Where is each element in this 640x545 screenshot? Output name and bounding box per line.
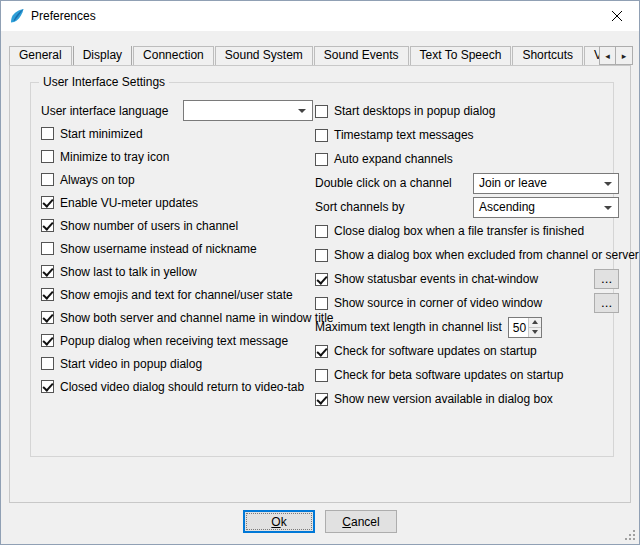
checkbox-box[interactable] [41,173,54,186]
user-interface-settings-group: User Interface Settings User interface l… [30,82,614,457]
sort-channels-label: Sort channels by [315,200,404,214]
checkbox-box[interactable] [41,288,54,301]
checkbox-last-talk-yellow[interactable]: Show last to talk in yellow [41,260,313,283]
checkbox-popup-text-message[interactable]: Popup dialog when receiving text message [41,329,313,352]
tab-connection[interactable]: Connection [133,46,214,65]
checkbox-new-version-dialog[interactable]: Show new version available in dialog box [315,387,619,411]
checkbox-emojis-text-state[interactable]: Show emojis and text for channel/user st… [41,283,313,306]
tab-label: Sound Events [324,48,399,62]
checkbox-box[interactable] [41,357,54,370]
display-tab-pane: User Interface Settings User interface l… [9,65,631,503]
double-click-label: Double click on a channel [315,176,452,190]
checkbox-start-desktops-popup[interactable]: Start desktops in popup dialog [315,99,619,123]
video-source-row: Show source in corner of video window ..… [315,291,619,315]
max-text-length-row: Maximum text length in channel list 50 [315,315,619,339]
tab-label: General [19,48,62,62]
max-text-length-spinner[interactable]: 50 [508,317,542,338]
dialog-footer: Ok Cancel [1,510,639,533]
language-select[interactable] [183,100,313,121]
checkbox-users-in-channel[interactable]: Show number of users in channel [41,214,313,237]
sort-channels-select[interactable]: Ascending [473,197,619,218]
checkbox-box[interactable] [41,265,54,278]
checkbox-box[interactable] [41,219,54,232]
titlebar[interactable]: Preferences [1,1,639,31]
scroll-left-icon: ◂ [605,51,610,61]
checkbox-close-file-transfer[interactable]: Close dialog box when a file transfer is… [315,219,619,243]
tab-scroll-left-button[interactable]: ◂ [599,46,616,65]
checkbox-box[interactable] [315,393,328,406]
checkbox-box[interactable] [315,369,328,382]
tab-general[interactable]: General [9,46,72,65]
checkbox-video-source-corner[interactable]: Show source in corner of video window [315,296,542,310]
preferences-window: Preferences General Display Connection S… [0,0,640,545]
tab-shortcuts[interactable]: Shortcuts [512,46,583,65]
arrow-up-icon [532,320,538,324]
checkbox-box[interactable] [41,334,54,347]
tab-label: Text To Speech [420,48,502,62]
checkbox-box[interactable] [315,153,328,166]
tab-label: Connection [143,48,204,62]
right-column: Start desktops in popup dialog Timestamp… [315,99,619,411]
checkbox-box[interactable] [41,380,54,393]
max-text-length-label: Maximum text length in channel list [315,320,502,334]
checkbox-box[interactable] [315,297,328,310]
checkbox-start-minimized[interactable]: Start minimized [41,122,313,145]
double-click-row: Double click on a channel Join or leave [315,171,619,195]
checkbox-box[interactable] [41,150,54,163]
checkbox-box[interactable] [315,105,328,118]
checkbox-box[interactable] [41,242,54,255]
checkbox-box[interactable] [315,345,328,358]
tab-scroll-buttons: ◂ ▸ [599,46,633,65]
checkbox-video-return-tab[interactable]: Closed video dialog should return to vid… [41,375,313,398]
statusbar-events-more-button[interactable]: ... [594,269,619,289]
max-text-length-value: 50 [509,318,528,337]
checkbox-box[interactable] [315,249,328,262]
checkbox-username-instead-nickname[interactable]: Show username instead of nickname [41,237,313,260]
checkbox-server-channel-in-title[interactable]: Show both server and channel name in win… [41,306,313,329]
checkbox-statusbar-events[interactable]: Show statusbar events in chat-window [315,272,538,286]
tab-display[interactable]: Display [73,46,132,65]
app-icon [9,8,25,24]
ok-button[interactable]: Ok [243,510,315,533]
checkbox-check-beta-updates[interactable]: Check for beta software updates on start… [315,363,619,387]
language-label: User interface language [41,104,168,118]
close-button[interactable] [594,1,639,31]
tab-label: Shortcuts [522,48,573,62]
chevron-down-icon [604,206,612,210]
group-title: User Interface Settings [39,75,169,89]
checkbox-box[interactable] [41,196,54,209]
language-row: User interface language [41,99,313,122]
checkbox-box[interactable] [41,127,54,140]
checkbox-box[interactable] [315,129,328,142]
checkbox-box[interactable] [41,311,54,324]
checkbox-box[interactable] [315,273,328,286]
checkbox-minimize-tray[interactable]: Minimize to tray icon [41,145,313,168]
video-source-more-button[interactable]: ... [594,293,619,313]
checkbox-timestamp-messages[interactable]: Timestamp text messages [315,123,619,147]
cancel-button[interactable]: Cancel [325,510,397,533]
checkbox-always-on-top[interactable]: Always on top [41,168,313,191]
checkbox-dialog-excluded[interactable]: Show a dialog box when excluded from cha… [315,243,619,267]
window-title: Preferences [31,9,96,23]
resize-grip[interactable] [625,530,636,541]
tab-sound-events[interactable]: Sound Events [314,46,409,65]
chevron-down-icon [298,109,306,113]
tab-scroll-right-button[interactable]: ▸ [616,46,633,65]
tab-text-to-speech[interactable]: Text To Speech [410,46,512,65]
checkbox-auto-expand-channels[interactable]: Auto expand channels [315,147,619,171]
double-click-select[interactable]: Join or leave [473,173,619,194]
left-column: User interface language Start minimized … [41,99,313,398]
tab-label: Sound System [225,48,303,62]
checkbox-box[interactable] [315,225,328,238]
sort-channels-row: Sort channels by Ascending [315,195,619,219]
statusbar-events-row: Show statusbar events in chat-window ... [315,267,619,291]
spin-up-button[interactable] [529,318,541,327]
scroll-right-icon: ▸ [622,51,627,61]
tab-sound-system[interactable]: Sound System [215,46,313,65]
checkbox-check-updates[interactable]: Check for software updates on startup [315,339,619,363]
chevron-down-icon [604,182,612,186]
close-icon [612,11,622,21]
spin-down-button[interactable] [529,327,541,337]
checkbox-video-popup-dialog[interactable]: Start video in popup dialog [41,352,313,375]
checkbox-vu-meter-updates[interactable]: Enable VU-meter updates [41,191,313,214]
